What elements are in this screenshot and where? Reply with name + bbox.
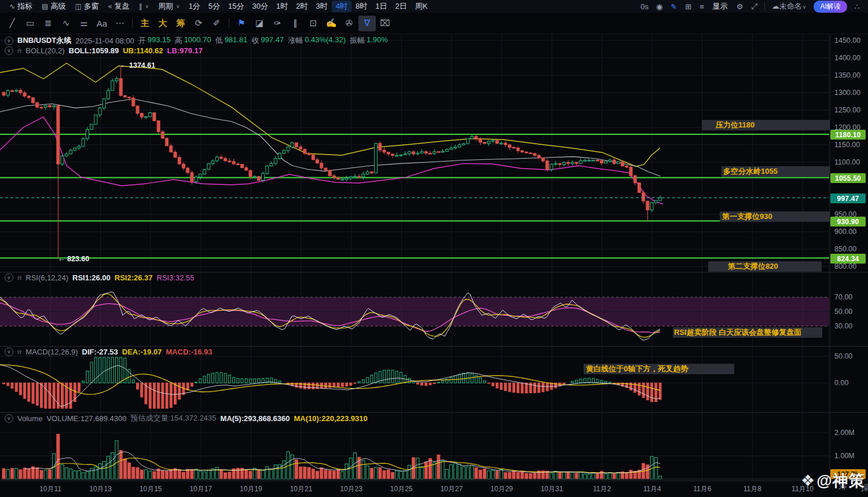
toolbar-divider — [132, 19, 133, 28]
amplitude-label: 振幅 — [350, 35, 365, 46]
bookmark-icon[interactable]: ⚑ — [233, 16, 250, 31]
support1-price-badge: 930.90 — [830, 217, 866, 226]
large-view-icon[interactable]: 大 — [154, 16, 171, 31]
toolbar-item-countdown[interactable]: 0s — [637, 2, 652, 11]
add-pane-icon[interactable]: ⊞ — [681, 2, 695, 11]
collapse-icon[interactable]: ∨ — [5, 348, 13, 356]
trend-line-icon[interactable]: ╱ — [3, 16, 21, 31]
candle-datetime: 2025-11-04 08:00 — [75, 36, 134, 45]
collapse-icon[interactable]: ∨ — [5, 414, 13, 423]
lock-icon[interactable]: ⊡ — [305, 16, 322, 31]
macd-tick: 0.00 — [834, 379, 848, 387]
draw-mode-icon[interactable]: ✎ — [666, 2, 681, 11]
rsi3-value: RSI3:32.55 — [157, 273, 195, 282]
open-label: 开 — [138, 35, 146, 46]
support2-annotation[interactable]: 第二支撑位820 — [708, 261, 822, 272]
timeframe-2日[interactable]: 2日 — [391, 1, 411, 12]
cloud-layout-label: 未命名 — [779, 2, 802, 10]
pen-icon[interactable]: ✑ — [269, 16, 286, 31]
rsi2-value: RSI2:26.37 — [115, 273, 153, 282]
boll-mb-value: BOLL:1059.89 — [69, 46, 119, 55]
timeframe-4时[interactable]: 4时 — [332, 1, 351, 12]
price-tick: 1450.00 — [834, 36, 860, 45]
support1-annotation[interactable]: 第一支撑位930 — [720, 211, 830, 222]
countdown-label: 0s — [640, 2, 649, 11]
timeframe-1日[interactable]: 1日 — [371, 1, 391, 12]
date-tick: 10月25 — [390, 485, 413, 493]
attach-icon[interactable]: ✇ — [340, 16, 358, 31]
high-label: 高 — [175, 35, 182, 46]
chips-icon[interactable]: 筹 — [172, 16, 189, 31]
toolbar-item-chart-style[interactable]: ∥∨ — [134, 0, 153, 13]
note-edit-icon[interactable]: ✍ — [323, 16, 340, 31]
timeframe-8时[interactable]: 8时 — [351, 1, 371, 12]
parallel-lines-icon[interactable]: ≣ — [39, 16, 57, 31]
pivot-annotation[interactable]: 多空分水岭1055 — [721, 166, 830, 177]
collapse-icon[interactable]: ∨ — [5, 273, 13, 282]
date-tick: 10月13 — [89, 485, 112, 493]
symbol-name: BNB/USDT永续 — [17, 35, 71, 46]
date-tick: 10月29 — [490, 485, 513, 493]
collapse-icon[interactable]: ∨ — [5, 36, 13, 45]
rsi-tick: 30.00 — [834, 322, 852, 330]
timeframe-3时[interactable]: 3时 — [312, 1, 332, 12]
cloud-layout-icon[interactable]: ☁未命名∨ — [768, 1, 811, 12]
close-value: 997.47 — [261, 35, 284, 46]
object-list-icon[interactable]: ≡ — [695, 2, 708, 11]
rsi-annotation[interactable]: RSI超卖阶段 白天应该会盘整修复盘面 — [673, 327, 822, 338]
chart-style-icon: ∥ — [138, 2, 142, 10]
brush-icon[interactable]: ✐ — [208, 16, 225, 31]
toolbar-item-period[interactable]: 周期∨ — [153, 0, 185, 13]
main-chart-icon[interactable]: 主 — [136, 16, 153, 31]
toolbar-item-display[interactable]: 显示 — [708, 0, 733, 13]
timeframe-30分[interactable]: 30分 — [248, 1, 272, 12]
timeframe-15分[interactable]: 15分 — [224, 1, 248, 12]
author-watermark: ❖ @神策 — [801, 470, 865, 491]
timeframe-周K[interactable]: 周K — [411, 1, 432, 12]
boll-legend: ∨ ⍾ BOLL(20,2) BOLL:1059.89 UB:1140.62 L… — [5, 46, 203, 55]
fullscreen-icon[interactable]: ⤢ — [747, 2, 761, 11]
price-tick: 900.00 — [834, 228, 856, 236]
resistance-annotation[interactable]: 压力位1180 — [702, 120, 830, 130]
toolbar-item-indicators[interactable]: ∿指标 — [5, 0, 37, 13]
date-tick: 10月27 — [440, 485, 463, 493]
ai-read-button[interactable]: AI解读 — [814, 1, 847, 13]
timeframe-2时[interactable]: 2时 — [292, 1, 312, 12]
timeframe-5分[interactable]: 5分 — [204, 1, 224, 12]
alert-bell-icon[interactable]: ⍾ — [17, 274, 21, 282]
replay-label: 复盘 — [114, 1, 129, 12]
toolbar-item-replay[interactable]: «复盘 — [104, 0, 134, 13]
display-label: 显示 — [713, 1, 728, 12]
low-value: 981.81 — [225, 35, 248, 46]
share-icon[interactable]: ∴ — [851, 2, 863, 11]
macd-annotation[interactable]: 黄白线位于0轴下方，死叉趋势 — [584, 364, 734, 374]
settings-icon[interactable]: ⚙ — [733, 2, 748, 11]
filter-icon[interactable]: ∇ — [358, 16, 376, 31]
macd-legend: ∨ ⍾ MACD(12,26,9) DIF:-27.53 DEA:-19.07 … — [5, 348, 213, 356]
timeframe-1分[interactable]: 1分 — [185, 1, 204, 12]
delete-icon[interactable]: ⌧ — [376, 16, 394, 31]
high-value: 1000.70 — [184, 35, 211, 46]
toolbar-divider — [229, 19, 229, 28]
alert-bell-icon[interactable]: ⍾ — [17, 47, 21, 54]
indicators-label: 指标 — [17, 1, 32, 12]
text-tool-icon[interactable]: Aa — [93, 16, 111, 31]
refresh-drawing-icon[interactable]: ⟳ — [190, 16, 207, 31]
open-value: 993.15 — [148, 35, 171, 46]
screenshot-icon[interactable]: ◉ — [652, 2, 666, 11]
last-price-badge: 997.47 — [830, 193, 866, 203]
timeframe-1时[interactable]: 1时 — [272, 1, 292, 12]
wave-tool-icon[interactable]: ∿ — [57, 16, 75, 31]
toolbar-item-advanced[interactable]: ▤高级 — [37, 0, 70, 13]
toolbar-item-multi-window[interactable]: ◫多窗 — [70, 0, 103, 13]
price-tick: 800.00 — [834, 262, 856, 271]
eraser-icon[interactable]: ◪ — [251, 16, 268, 31]
adjust-sliders-icon[interactable]: ⚌ — [75, 16, 93, 31]
replay-icon: « — [108, 2, 112, 10]
collapse-icon[interactable]: ∨ — [5, 46, 13, 55]
rectangle-icon[interactable]: ▭ — [21, 16, 39, 31]
more-tools-icon[interactable]: ⋯ — [111, 16, 129, 31]
alert-bell-icon[interactable]: ⍾ — [17, 348, 21, 356]
candle-tool-icon[interactable]: ∥ — [287, 16, 304, 31]
symbol-legend: ∨ BNB/USDT永续 2025-11-04 08:00 开993.15 高1… — [5, 35, 388, 46]
